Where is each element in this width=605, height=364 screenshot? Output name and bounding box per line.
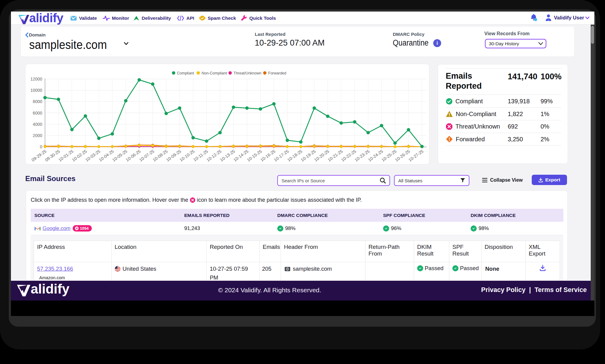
svg-text:09-30-25: 09-30-25: [44, 149, 61, 162]
svg-text:Forwarded: Forwarded: [268, 71, 286, 75]
svg-text:10-08-25: 10-08-25: [152, 149, 168, 162]
svg-text:Threat/Unknown: Threat/Unknown: [233, 71, 261, 75]
svg-text:10-04-25: 10-04-25: [98, 149, 115, 162]
svg-text:10-27-25: 10-27-25: [408, 149, 424, 162]
svg-text:10-23-25: 10-23-25: [354, 149, 371, 162]
svg-text:10-19-25: 10-19-25: [300, 149, 316, 162]
svg-text:10-02-25: 10-02-25: [71, 149, 88, 162]
svg-text:10-05-25: 10-05-25: [111, 149, 128, 162]
svg-text:2000: 2000: [33, 133, 42, 138]
svg-text:4000: 4000: [33, 122, 42, 127]
svg-text:10-12-25: 10-12-25: [206, 149, 222, 162]
svg-text:10-06-25: 10-06-25: [125, 149, 142, 162]
svg-text:6000: 6000: [33, 111, 42, 115]
svg-text:10-25-25: 10-25-25: [381, 149, 397, 162]
svg-text:8000: 8000: [33, 99, 42, 104]
svg-text:10-01-25: 10-01-25: [57, 149, 74, 162]
svg-text:12000: 12000: [30, 77, 42, 81]
svg-text:10-24-25: 10-24-25: [367, 149, 384, 162]
svg-text:Non-Compliant: Non-Compliant: [202, 71, 227, 75]
svg-text:10-11-25: 10-11-25: [192, 149, 209, 162]
svg-text:10-18-25: 10-18-25: [286, 149, 303, 162]
svg-text:10-13-25: 10-13-25: [219, 149, 236, 162]
svg-text:10-10-25: 10-10-25: [179, 149, 195, 162]
svg-text:10-14-25: 10-14-25: [233, 149, 249, 162]
svg-text:09-29-25: 09-29-25: [31, 149, 47, 162]
svg-text:10-15-25: 10-15-25: [246, 149, 263, 162]
svg-text:10-09-25: 10-09-25: [165, 149, 182, 162]
svg-text:10000: 10000: [30, 88, 42, 93]
svg-text:10-16-25: 10-16-25: [260, 149, 276, 162]
svg-text:10-22-25: 10-22-25: [340, 149, 357, 162]
svg-text:10-20-25: 10-20-25: [313, 149, 330, 162]
svg-text:Compliant: Compliant: [177, 71, 194, 75]
svg-text:0: 0: [40, 144, 42, 149]
svg-text:10-26-25: 10-26-25: [394, 149, 411, 162]
svg-text:10-17-25: 10-17-25: [273, 149, 290, 162]
svg-text:10-03-25: 10-03-25: [85, 149, 101, 162]
svg-text:10-21-25: 10-21-25: [327, 149, 344, 162]
svg-text:10-07-25: 10-07-25: [138, 149, 155, 162]
